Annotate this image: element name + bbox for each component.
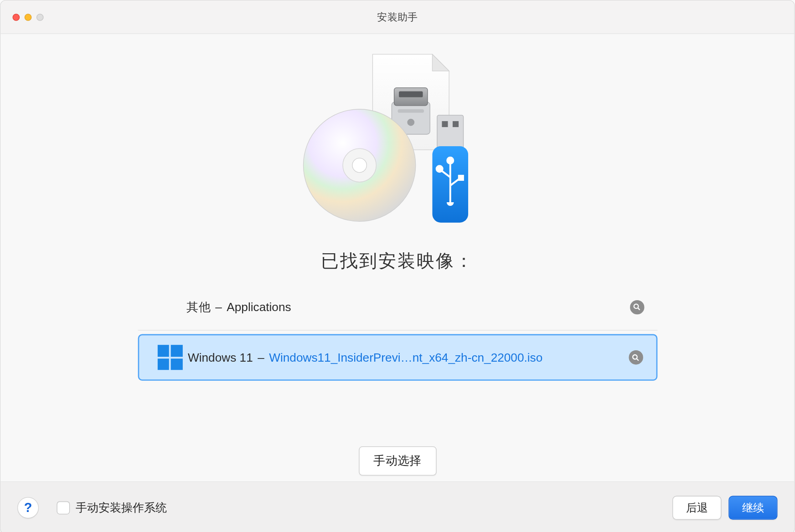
svg-rect-2	[398, 91, 422, 97]
svg-point-18	[633, 354, 637, 359]
row-primary-label: 其他	[186, 299, 210, 315]
checkbox-box	[57, 501, 70, 514]
row-separator: –	[215, 300, 222, 314]
magnifier-icon	[632, 353, 640, 361]
window-zoom-button	[36, 13, 44, 20]
svg-rect-7	[452, 121, 458, 127]
svg-point-3	[407, 119, 414, 126]
optical-disc-icon	[303, 109, 415, 221]
row-primary-label: Windows 11	[188, 351, 253, 364]
back-button[interactable]: 后退	[672, 496, 721, 520]
found-images-heading: 已找到安装映像：	[321, 249, 474, 273]
window-close-button[interactable]	[13, 13, 20, 20]
svg-point-10	[447, 158, 453, 164]
row-secondary-label: Windows11_InsiderPrevi…nt_x64_zh-cn_2200…	[269, 351, 542, 364]
help-button[interactable]: ?	[17, 497, 39, 518]
magnifier-icon	[633, 303, 641, 311]
svg-line-19	[637, 358, 639, 360]
svg-rect-5	[437, 115, 463, 151]
usb-drive-icon	[432, 115, 468, 223]
image-row-windows11[interactable]: Windows 11 – Windows11_InsiderPrevi…nt_x…	[138, 334, 657, 381]
row-separator: –	[258, 351, 264, 364]
svg-rect-4	[398, 109, 424, 113]
content-area: 已找到安装映像： 其他 – Applications Window	[0, 34, 794, 482]
image-row-other[interactable]: 其他 – Applications	[138, 284, 657, 331]
help-icon: ?	[24, 500, 32, 516]
svg-rect-12	[458, 175, 464, 181]
svg-point-15	[352, 158, 366, 172]
continue-button[interactable]: 继续	[728, 496, 777, 520]
svg-rect-6	[442, 121, 448, 127]
svg-line-17	[638, 308, 640, 310]
image-list: 其他 – Applications Windows 11 – Windows11…	[138, 284, 657, 381]
reveal-in-finder-button[interactable]	[629, 350, 643, 364]
svg-point-16	[634, 304, 639, 309]
checkbox-label: 手动安装操作系统	[76, 500, 166, 516]
window-title: 安装助手	[0, 10, 794, 24]
svg-point-11	[436, 166, 442, 172]
reveal-in-finder-button[interactable]	[630, 300, 644, 314]
manual-install-checkbox[interactable]: 手动安装操作系统	[57, 500, 166, 516]
choose-manually-button[interactable]: 手动选择	[359, 446, 436, 476]
title-bar: 安装助手	[0, 0, 794, 34]
window-minimize-button[interactable]	[25, 13, 32, 20]
footer-bar: ? 手动安装操作系统 后退 继续	[0, 482, 794, 532]
windows-logo-icon	[157, 345, 182, 370]
row-secondary-label: Applications	[227, 300, 291, 314]
installation-media-illustration	[302, 51, 493, 232]
traffic-lights	[13, 13, 44, 20]
